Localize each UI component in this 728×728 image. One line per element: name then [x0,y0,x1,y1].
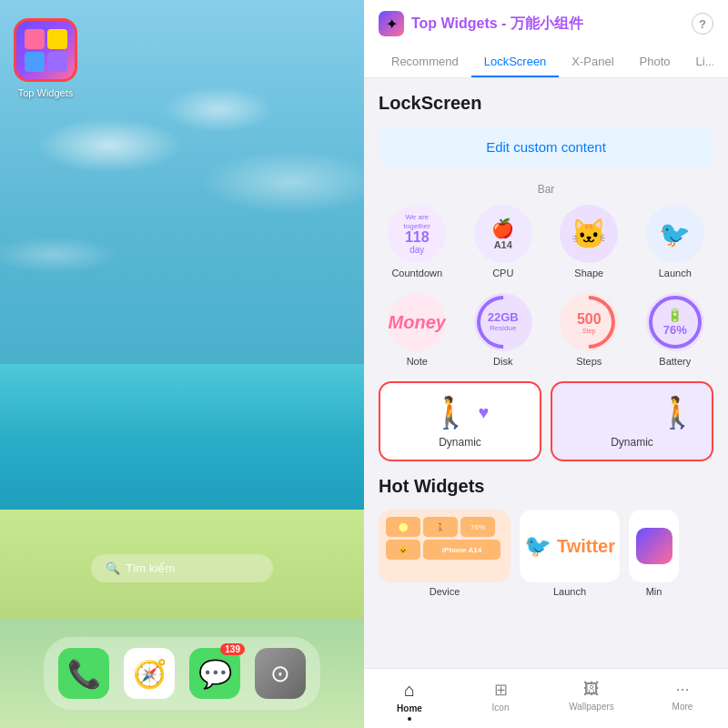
app-title-left: ✦ Top Widgets - 万能小组件 [379,11,583,36]
wallpapers-nav-icon: 🖼 [583,680,600,699]
dynamic-heart-icon: ♥ [479,402,490,423]
countdown-day: day [391,245,442,255]
device-cell-4: 🐱 [386,540,420,560]
cpu-label: CPU [492,268,513,278]
cpu-circle: 🍎 A14 [474,205,532,263]
tab-xpanel[interactable]: X-Panel [559,47,626,77]
hot-item-twitter[interactable]: 🐦 Twitter Launch [520,510,620,597]
bottom-nav: ⌂ Home ⊞ Icon 🖼 Wallpapers ··· More [364,668,728,728]
tab-lockscreen[interactable]: LockScreen [471,47,560,77]
launch-twitter-icon: 🐦 [659,219,691,249]
bar-label: Bar [379,183,713,196]
shape-circle: 🐱 [560,205,618,263]
app-panel: ✦ Top Widgets - 万能小组件 ? Recommend LockSc… [364,0,728,728]
phone-icon: 📞 [67,658,101,690]
app-header: ✦ Top Widgets - 万能小组件 ? Recommend LockSc… [364,0,728,78]
nav-tabs: Recommend LockScreen X-Panel Photo Li... [379,47,713,77]
dynamic-card-right-inner: 🚶 [563,394,701,430]
money-text: Money [389,312,446,333]
partial-app-card [629,510,679,582]
dock-safari-icon[interactable]: 🧭 [124,648,175,699]
twitter-launch-bird-icon: 🐦 [524,533,551,559]
icon-square-blue [25,52,45,72]
widget-countdown[interactable]: We are together 118 day Countdown [379,205,456,278]
search-icon: 🔍 [106,561,120,575]
disk-circle: 22GB Residue [474,293,532,351]
section-title: LockScreen [379,93,713,114]
widget-cpu[interactable]: 🍎 A14 CPU [465,205,542,278]
app-content: LockScreen Edit custom content Bar We ar… [364,78,728,668]
tab-photo[interactable]: Photo [627,47,683,77]
countdown-together-text: We are together [391,213,442,230]
note-label: Note [407,356,428,367]
home-tab-indicator [408,717,411,721]
countdown-label: Countdown [391,268,442,278]
dock-messages-icon[interactable]: 💬 139 [189,648,240,699]
launch-circle: 🐦 [646,205,704,263]
top-widgets-app-icon[interactable] [14,18,77,82]
icon-square-purple [47,52,67,72]
app-icon-label: Top Widgets [18,87,74,98]
wallpapers-nav-label: Wallpapers [569,702,614,712]
safari-icon: 🧭 [133,658,167,690]
battery-circle: 🔋 76% [646,293,704,351]
shape-cat-icon: 🐱 [571,217,607,251]
bottom-nav-home[interactable]: ⌂ Home [364,676,455,724]
icon-nav-icon: ⊞ [494,680,508,700]
widget-shape[interactable]: 🐱 Shape [551,205,628,278]
messages-badge: 139 [220,643,245,655]
hot-partial-label: Min [646,586,662,597]
dock-phone-icon[interactable]: 📞 [58,648,109,699]
hot-twitter-label: Launch [553,586,586,597]
widget-battery[interactable]: 🔋 76% Battery [637,293,714,367]
dynamic-card-right[interactable]: 🚶 Dynamic [551,381,713,461]
dynamic-section: 🚶 ♥ Dynamic 🚶 Dynamic [379,381,713,461]
home-nav-label: Home [397,703,422,713]
widget-grid-row2: Money Note 22GB Residue Disk [379,293,713,367]
dynamic-card-left[interactable]: 🚶 ♥ Dynamic [379,381,541,461]
countdown-number: 118 [391,230,442,245]
countdown-circle: We are together 118 day [388,205,446,263]
search-bar[interactable]: 🔍 Tìm kiếm [91,554,273,582]
device-cell-phone: iPhone A14 [423,540,500,560]
dock-camera-icon[interactable]: ⊙ [255,648,306,699]
dynamic-label-right: Dynamic [611,436,653,449]
shape-label: Shape [574,268,603,278]
bottom-nav-icon[interactable]: ⊞ Icon [455,676,546,724]
dynamic-card-left-inner: 🚶 ♥ [391,394,529,430]
widget-disk[interactable]: 22GB Residue Disk [465,293,542,367]
icon-square-yellow [47,29,67,49]
twitter-text: Twitter [557,536,615,557]
launch-label: Launch [659,268,692,278]
battery-label: Battery [659,356,691,367]
widget-grid-row1: We are together 118 day Countdown 🍎 A14 … [379,205,713,278]
bottom-nav-more[interactable]: ··· More [637,676,728,724]
tab-recommend[interactable]: Recommend [379,47,471,77]
hot-item-partial[interactable]: Min [629,510,679,597]
tab-more[interactable]: Li... [683,47,713,77]
hot-widgets-title: Hot Widgets [379,476,713,497]
hot-widgets-row: ⬤ 🚶 76% 🐱 iPhone A14 Device [379,510,713,597]
disk-label: Disk [493,356,512,367]
steps-value: 500 [577,311,602,328]
bottom-nav-wallpapers[interactable]: 🖼 Wallpapers [546,676,637,724]
messages-icon: 💬 [198,658,232,690]
partial-app-logo [636,528,672,564]
device-cell-1: ⬤ [386,517,420,537]
help-button[interactable]: ? [692,13,713,35]
edit-custom-content-button[interactable]: Edit custom content [379,126,713,168]
widget-launch[interactable]: 🐦 Launch [637,205,714,278]
search-placeholder: Tìm kiếm [126,561,175,575]
cpu-model: A14 [494,239,512,250]
steps-circle: 500 Step [560,293,618,351]
widget-steps[interactable]: 500 Step Steps [551,293,628,367]
money-circle: Money [388,293,446,351]
hot-item-device[interactable]: ⬤ 🚶 76% 🐱 iPhone A14 Device [379,510,511,597]
camera-icon: ⊙ [270,660,290,688]
app-title: Top Widgets - 万能小组件 [411,15,583,34]
app-icon-wrapper[interactable]: Top Widgets [14,18,77,82]
twitter-launch-card: 🐦 Twitter [520,510,620,582]
steps-sublabel: Step [582,328,595,334]
icon-nav-label: Icon [492,703,510,713]
widget-note[interactable]: Money Note [379,293,456,367]
